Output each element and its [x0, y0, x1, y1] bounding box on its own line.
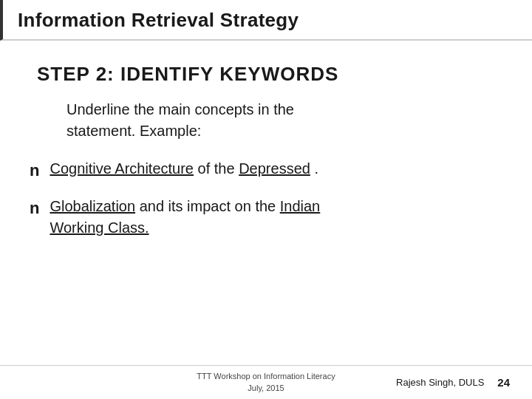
bullet1-end: . [314, 160, 318, 177]
slide-content: STEP 2: IDENTIFY KEYWORDS Underline the … [0, 41, 532, 365]
bullet-item-1: n Cognitive Architecture of the Depresse… [30, 158, 502, 183]
bullet-list: n Cognitive Architecture of the Depresse… [30, 158, 502, 239]
footer-year: July, 2015 [248, 383, 284, 392]
keyword-globalization: Globalization [50, 198, 135, 214]
slide-title: Information Retrieval Strategy [18, 9, 299, 31]
slide: Information Retrieval Strategy STEP 2: I… [0, 0, 532, 399]
keyword-cognitive-architecture: Cognitive Architecture [50, 160, 194, 177]
footer-page-number: 24 [497, 376, 510, 389]
description-line1: Underline the main concepts in the [66, 101, 294, 117]
footer-workshop: TTT Workshop on Information Literacy [197, 372, 335, 381]
bullet-marker-2: n [30, 197, 39, 220]
bullet-text-1: Cognitive Architecture of the Depressed … [50, 158, 502, 180]
bullet2-middle: and its impact on the [140, 198, 280, 214]
bullet-item-2: n Globalization and its impact on the In… [30, 196, 502, 239]
bullet-text-2: Globalization and its impact on the Indi… [50, 196, 502, 239]
bullet1-middle: of the [198, 160, 239, 177]
slide-footer: TTT Workshop on Information Literacy Jul… [0, 365, 532, 399]
keyword-depressed: Depressed [239, 160, 310, 177]
slide-header: Information Retrieval Strategy [0, 0, 532, 41]
step-heading: STEP 2: IDENTIFY KEYWORDS [37, 63, 502, 86]
bullet-marker-1: n [30, 159, 39, 183]
footer-right: Rajesh Singh, DULS 24 [396, 376, 510, 389]
description-text: Underline the main concepts in the state… [66, 99, 502, 142]
description-line2: statement. Example: [66, 123, 201, 139]
footer-author: Rajesh Singh, DULS [396, 377, 484, 388]
